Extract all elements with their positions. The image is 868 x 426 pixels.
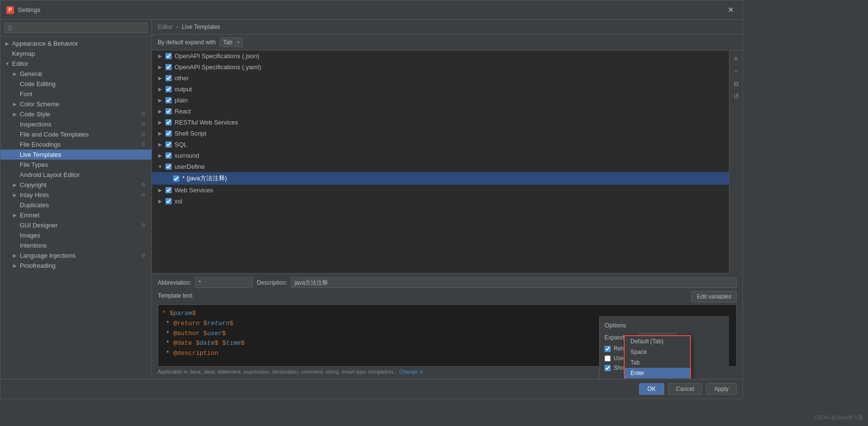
sidebar-item-emmet[interactable]: Emmet xyxy=(0,210,151,220)
template-name-surround: surround xyxy=(175,152,199,159)
template-checkbox-userdefine-item[interactable] xyxy=(173,175,179,182)
sidebar-item-duplicates[interactable]: Duplicates xyxy=(0,200,151,210)
dropdown-item-none[interactable]: None xyxy=(625,378,690,379)
sidebar-item-images[interactable]: Images xyxy=(0,230,151,240)
dropdown-item-default-tab[interactable]: Default (Tab) xyxy=(625,336,690,347)
watermark: CSDN @Java潜力股 xyxy=(814,414,863,421)
sidebar-item-file-types[interactable]: File Types xyxy=(0,160,151,170)
template-checkbox-restful[interactable] xyxy=(165,119,172,125)
sidebar-item-inlay-hints[interactable]: Inlay Hints ⚙ xyxy=(0,190,151,200)
template-row-xsl[interactable]: ▶ xsl xyxy=(152,196,729,207)
cancel-button[interactable]: Cancel xyxy=(668,383,702,395)
sidebar-item-label: File Types xyxy=(20,161,48,168)
template-checkbox-openapi-json[interactable] xyxy=(165,53,172,59)
template-name-openapi-json: OpenAPI Specifications (.json) xyxy=(175,52,259,60)
template-row-surround[interactable]: ▶ surround xyxy=(152,150,729,161)
code-dol10: $ xyxy=(241,339,245,347)
expand-icon: ▶ xyxy=(157,86,164,93)
sidebar-item-code-editing[interactable]: Code Editing xyxy=(0,79,151,89)
template-checkbox-openapi-yaml[interactable] xyxy=(165,64,172,70)
template-row-openapi-yaml[interactable]: ▶ OpenAPI Specifications (.yaml) xyxy=(152,62,729,73)
sidebar-item-label: Inlay Hints xyxy=(20,191,49,199)
dialog-body: Appearance & Behavior Keymap Editor Gene… xyxy=(0,20,742,379)
sidebar-item-appearance[interactable]: Appearance & Behavior xyxy=(0,38,151,49)
template-row-plain[interactable]: ▶ plain xyxy=(152,95,729,106)
remove-template-button[interactable]: − xyxy=(731,66,742,76)
dropdown-item-tab[interactable]: Tab xyxy=(625,357,690,368)
options-title: Options xyxy=(604,322,724,329)
templates-list[interactable]: ▶ OpenAPI Specifications (.json) ▶ OpenA… xyxy=(152,50,729,274)
expand-icon xyxy=(166,175,171,182)
sidebar-item-proofreading[interactable]: Proofreading xyxy=(0,261,151,271)
dialog-actions: OK Cancel Apply xyxy=(0,379,742,399)
shorten-checkbox[interactable] xyxy=(604,365,611,371)
template-row-other[interactable]: ▶ other xyxy=(152,73,729,84)
template-row-userdefine-item[interactable]: * (java方法注释) xyxy=(152,172,729,185)
template-checkbox-plain[interactable] xyxy=(165,97,172,103)
sidebar-item-file-encodings[interactable]: File Encodings ⚙ xyxy=(0,139,151,150)
template-row-userdefine[interactable]: ▼ userDefine xyxy=(152,161,729,172)
description-input[interactable] xyxy=(291,277,737,288)
sidebar-item-inspections[interactable]: Inspections ⚙ xyxy=(0,119,151,129)
close-button[interactable]: ✕ xyxy=(725,4,737,15)
template-checkbox-other[interactable] xyxy=(165,75,172,81)
tree-arrow-copyright xyxy=(12,182,18,188)
sidebar-item-font[interactable]: Font xyxy=(0,89,151,99)
abbreviation-input[interactable] xyxy=(195,277,253,288)
expand-select-wrapper[interactable]: Tab xyxy=(220,38,243,47)
template-checkbox-sql[interactable] xyxy=(165,141,172,148)
change-link[interactable]: Change ∨ xyxy=(399,369,423,375)
template-checkbox-surround[interactable] xyxy=(165,152,172,159)
expand-icon: ▶ xyxy=(157,130,164,137)
template-checkbox-react[interactable] xyxy=(165,108,172,114)
tree-arrow-emmet xyxy=(12,213,18,218)
sidebar-item-language-injections[interactable]: Language Injections ⚙ xyxy=(0,251,151,261)
search-input[interactable] xyxy=(4,23,148,33)
template-row-webservices[interactable]: ▶ Web Services xyxy=(152,185,729,196)
template-name-userdefine-item: * (java方法注释) xyxy=(182,174,227,183)
sidebar-item-file-code-templates[interactable]: File and Code Templates ⚙ xyxy=(0,129,151,139)
sidebar-item-editor[interactable]: Editor xyxy=(0,59,151,69)
reformat-checkbox[interactable] xyxy=(604,346,611,352)
template-row-react[interactable]: ▶ React xyxy=(152,106,729,117)
add-template-button[interactable]: + xyxy=(731,53,742,64)
dropdown-item-enter[interactable]: Enter xyxy=(625,368,690,378)
template-row-sql[interactable]: ▶ SQL xyxy=(152,139,729,150)
template-checkbox-webservices[interactable] xyxy=(165,187,172,193)
code-space4: * xyxy=(162,330,173,337)
tree-arrow-android xyxy=(12,172,18,178)
sidebar-item-code-style[interactable]: Code Style ⚙ xyxy=(0,109,151,119)
code-space5 xyxy=(200,330,203,337)
gear-icon: ⚙ xyxy=(141,121,148,128)
template-row-openapi-json[interactable]: ▶ OpenAPI Specifications (.json) xyxy=(152,50,729,62)
copy-template-button[interactable]: ⧉ xyxy=(731,78,742,89)
expand-select[interactable]: Tab xyxy=(220,38,243,47)
sidebar-item-general[interactable]: General xyxy=(0,69,151,79)
template-checkbox-xsl[interactable] xyxy=(165,198,172,204)
template-checkbox-shell[interactable] xyxy=(165,130,172,137)
list-action-buttons: + − ⧉ ↺ xyxy=(729,50,742,274)
template-row-restful[interactable]: ▶ RESTful Web Services xyxy=(152,117,729,128)
template-row-shell[interactable]: ▶ Shell Script xyxy=(152,128,729,139)
code-return-var: return xyxy=(207,320,230,327)
template-checkbox-userdefine[interactable] xyxy=(165,163,172,170)
sidebar-item-android-layout[interactable]: Android Layout Editor xyxy=(0,170,151,180)
edit-variables-button[interactable]: Edit variables xyxy=(692,291,737,302)
undo-template-button[interactable]: ↺ xyxy=(731,91,742,101)
ok-button[interactable]: OK xyxy=(639,383,664,395)
title-bar: P Settings ✕ xyxy=(0,0,742,20)
use-static-checkbox[interactable] xyxy=(604,355,611,362)
template-checkbox-output[interactable] xyxy=(165,86,172,92)
sidebar-item-keymap[interactable]: Keymap xyxy=(0,49,151,59)
sidebar-item-color-scheme[interactable]: Color Scheme xyxy=(0,99,151,109)
template-row-output[interactable]: ▶ output xyxy=(152,84,729,95)
expand-with-dropdown: Default (Tab) Space Tab Enter None xyxy=(624,335,691,379)
sidebar-item-intentions[interactable]: Intentions xyxy=(0,240,151,251)
apply-button[interactable]: Apply xyxy=(706,383,737,395)
dropdown-item-space[interactable]: Space xyxy=(625,347,690,357)
gear-icon: ⚙ xyxy=(141,131,148,138)
title-left: P Settings xyxy=(6,6,40,14)
sidebar-item-live-templates[interactable]: Live Templates xyxy=(0,150,151,160)
sidebar-item-gui-designer[interactable]: GUI Designer ⚙ xyxy=(0,220,151,230)
sidebar-item-copyright[interactable]: Copyright ⚙ xyxy=(0,180,151,190)
